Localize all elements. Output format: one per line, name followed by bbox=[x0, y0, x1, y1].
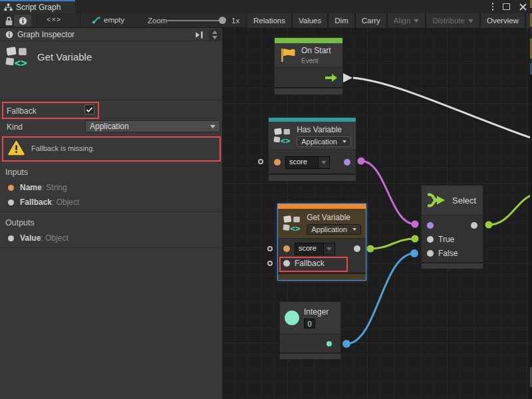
select-header[interactable]: Select bbox=[422, 186, 483, 215]
node-on-start[interactable]: On Start Event bbox=[274, 37, 343, 95]
close-icon[interactable] bbox=[519, 3, 527, 11]
wire-on-start bbox=[353, 78, 532, 138]
select-icon bbox=[426, 191, 448, 209]
inspector-toggle-button[interactable] bbox=[14, 15, 31, 27]
selection-output-port[interactable] bbox=[471, 222, 477, 229]
has-variable-body: score bbox=[269, 150, 356, 174]
integer-header[interactable]: Integer 0 bbox=[280, 302, 340, 334]
node-title: Has Variable bbox=[297, 125, 351, 134]
zoom-slider-knob[interactable] bbox=[219, 17, 226, 24]
input-port-fallback: Fallback: Object bbox=[8, 198, 79, 207]
flag-icon bbox=[279, 47, 297, 63]
has-variable-header[interactable]: <> Has Variable Application bbox=[269, 122, 356, 150]
output-port-value: Value: Object bbox=[8, 233, 68, 243]
node-integer[interactable]: Integer 0 bbox=[279, 301, 341, 360]
inspector-scroll-arrows[interactable] bbox=[209, 29, 221, 41]
wires-layer bbox=[223, 28, 532, 399]
tab-title: Script Graph bbox=[16, 3, 61, 12]
unconnected-port-ring[interactable] bbox=[258, 159, 263, 164]
kind-value: Application bbox=[90, 122, 129, 131]
node-get-variable[interactable]: <> Get Variable Application score bbox=[277, 203, 366, 281]
value-output-port[interactable] bbox=[354, 245, 360, 252]
warning-icon bbox=[8, 140, 25, 156]
port-dot-gray bbox=[8, 200, 14, 205]
node-has-variable[interactable]: <> Has Variable Application score bbox=[268, 117, 356, 182]
info-icon bbox=[5, 31, 13, 39]
overview-button[interactable]: Overview bbox=[481, 13, 525, 28]
carry-button[interactable]: Carry bbox=[356, 13, 386, 28]
name-input-port[interactable] bbox=[283, 245, 290, 252]
variable-name-dropdown[interactable] bbox=[324, 243, 335, 255]
false-port-label: False bbox=[438, 249, 458, 258]
chevron-down-icon bbox=[414, 19, 419, 23]
integer-body bbox=[280, 334, 340, 352]
code-view-toggle[interactable]: <×> bbox=[47, 15, 61, 23]
inspector-header[interactable]: Graph Inspector bbox=[0, 28, 223, 41]
chevron-down-icon bbox=[468, 19, 473, 23]
node-title: On Start bbox=[301, 46, 331, 55]
kind-dropdown[interactable]: Application bbox=[85, 120, 220, 132]
warning-text: Fallback is missing. bbox=[31, 144, 94, 152]
get-variable-header[interactable]: <> Get Variable Application bbox=[278, 209, 366, 238]
name-input-port[interactable] bbox=[274, 159, 281, 166]
dim-button[interactable]: Dim bbox=[329, 13, 354, 28]
control-output-port[interactable] bbox=[325, 74, 338, 82]
inspected-node-title: Get Variable bbox=[37, 51, 92, 63]
port-dot-gray bbox=[8, 235, 14, 241]
select-footer bbox=[422, 262, 483, 269]
true-input-port[interactable] bbox=[427, 236, 434, 243]
has-variable-footer bbox=[269, 174, 356, 181]
node-subtitle: Event bbox=[301, 57, 331, 65]
event-colorbar bbox=[275, 38, 342, 43]
bool-output-port[interactable] bbox=[344, 159, 350, 166]
dock-icon[interactable] bbox=[195, 31, 204, 39]
variable-colorbar bbox=[278, 204, 366, 209]
check-icon bbox=[86, 106, 93, 113]
toolbar-buttons: Relations Values Dim Carry Align Distrib… bbox=[247, 13, 532, 28]
values-button[interactable]: Values bbox=[293, 13, 327, 28]
variable-node-icon: <> bbox=[5, 45, 29, 68]
integer-output-port[interactable] bbox=[327, 341, 332, 346]
svg-text:<>: <> bbox=[290, 223, 301, 233]
false-input-port[interactable] bbox=[427, 250, 434, 257]
condition-input-port[interactable] bbox=[427, 222, 434, 229]
graph-pointer-icon bbox=[92, 15, 101, 25]
graph-toolbar: <×> empty Zoom 1x Relations Values Dim C… bbox=[0, 13, 532, 28]
control-connector-arrow bbox=[343, 73, 352, 82]
scroll-down-icon[interactable] bbox=[212, 36, 217, 39]
on-start-body bbox=[275, 67, 342, 87]
inspected-node-header: <> Get Variable bbox=[5, 45, 92, 68]
fallback-checkbox[interactable] bbox=[84, 104, 94, 114]
true-port-label: True bbox=[438, 235, 454, 244]
input-port-name: Name: String bbox=[8, 183, 67, 192]
zoom-slider-track[interactable] bbox=[166, 20, 223, 21]
variable-name-field[interactable]: score bbox=[285, 156, 330, 169]
variable-name-field[interactable]: score bbox=[295, 243, 335, 255]
variable-node-icon: <> bbox=[273, 126, 292, 145]
graph-pointer-label: empty bbox=[104, 16, 124, 24]
window-menu-icon[interactable] bbox=[492, 3, 494, 11]
distribute-button[interactable]: Distribute bbox=[426, 13, 479, 28]
get-variable-body: score Fallback bbox=[278, 238, 366, 273]
relations-button[interactable]: Relations bbox=[247, 13, 291, 28]
maximize-icon[interactable] bbox=[503, 3, 510, 10]
graph-canvas[interactable]: On Start Event <> Has Variable Applicat bbox=[223, 28, 532, 399]
integer-value-field[interactable]: 0 bbox=[304, 319, 315, 329]
chevron-down-icon bbox=[321, 161, 327, 164]
unconnected-port-ring[interactable] bbox=[267, 261, 273, 266]
scroll-up-icon[interactable] bbox=[212, 31, 217, 34]
scope-dropdown[interactable]: Application bbox=[307, 224, 361, 235]
chevron-down-icon bbox=[327, 247, 332, 251]
graph-pointer-chip[interactable]: empty bbox=[92, 15, 124, 25]
svg-text:<>: <> bbox=[15, 57, 27, 68]
variable-name-dropdown[interactable] bbox=[319, 156, 330, 169]
script-graph-icon bbox=[4, 3, 13, 11]
on-start-footer bbox=[275, 87, 342, 94]
unconnected-port-ring[interactable] bbox=[267, 246, 273, 251]
on-start-header[interactable]: On Start Event bbox=[275, 43, 342, 67]
scope-dropdown[interactable]: Application bbox=[297, 136, 351, 147]
node-select[interactable]: Select True False bbox=[421, 185, 483, 269]
lock-icon[interactable] bbox=[5, 16, 13, 26]
align-button[interactable]: Align bbox=[388, 13, 426, 28]
tab-script-graph[interactable]: Script Graph bbox=[0, 0, 75, 13]
